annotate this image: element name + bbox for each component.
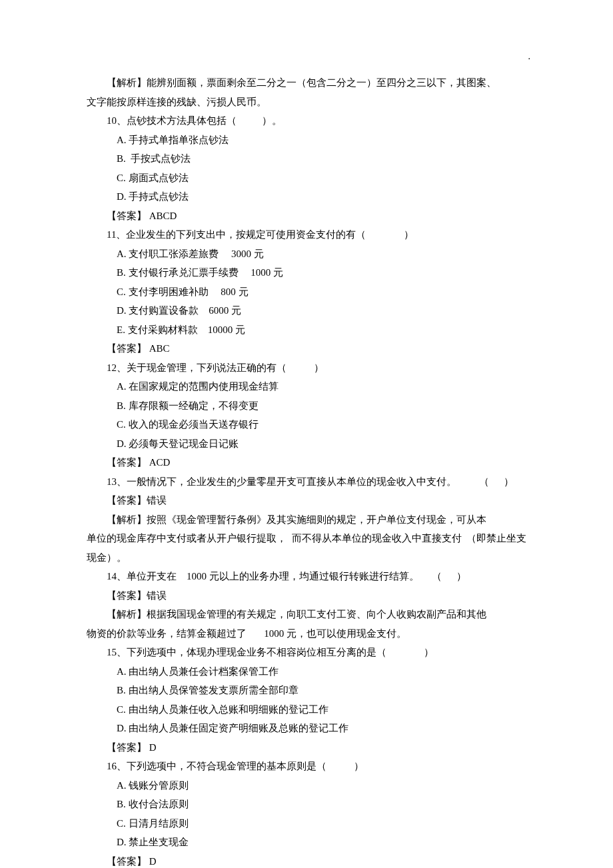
text-line: B. 库存限额一经确定，不得变更 [87, 396, 540, 416]
text-line: B. 支付银行承兑汇票手续费 1000 元 [87, 263, 540, 282]
text-line: C. 扇面式点钞法 [87, 169, 540, 188]
text-line: 【答案】 D [87, 738, 540, 757]
text-line: 13、一般情况下，企业发生的少量零星开支可直接从本单位的现金收入中支付。 （ ） [87, 472, 540, 492]
text-line: 【答案】 D [87, 852, 540, 869]
text-line: D. 手持式点钞法 [87, 187, 540, 207]
text-line: A. 由出纳人员兼任会计档案保管工作 [87, 662, 540, 681]
text-line: 10、点钞技术方法具体包括（ ）。 [87, 111, 540, 131]
text-line: 12、关于现金管理，下列说法正确的有（ ） [87, 358, 540, 378]
text-line: D. 必须每天登记现金日记账 [87, 434, 540, 454]
corner-marker: . [528, 48, 531, 66]
text-line: 【解析】能辨别面额，票面剩余至二分之一（包含二分之一）至四分之三以下，其图案、 [87, 73, 540, 93]
text-line: D. 支付购置设备款 6000 元 [87, 301, 540, 320]
text-line: A. 支付职工张添差旅费 3000 元 [87, 244, 540, 264]
text-line: D. 禁止坐支现金 [87, 833, 540, 852]
text-line: 16、下列选项中，不符合现金管理的基本原则是（ ） [87, 757, 540, 776]
text-line: C. 收入的现金必须当天送存银行 [87, 415, 540, 434]
text-line: A. 手持式单指单张点钞法 [87, 131, 540, 150]
text-line: 【答案】 ACD [87, 453, 540, 472]
document-page: . 【解析】能辨别面额，票面剩余至二分之一（包含二分之一）至四分之三以下，其图案… [0, 0, 613, 868]
text-line: 14、单位开支在 1000 元以上的业务办理，均通过银行转账进行结算。 （ ） [87, 567, 540, 586]
text-line: D. 由出纳人员兼任固定资产明细账及总账的登记工作 [87, 719, 540, 738]
text-line: 【答案】错误 [87, 586, 540, 606]
text-line: 【答案】错误 [87, 491, 540, 510]
document-body: 【解析】能辨别面额，票面剩余至二分之一（包含二分之一）至四分之三以下，其图案、文… [87, 73, 540, 868]
text-line: C. 日清月结原则 [87, 814, 540, 833]
text-line: 【答案】 ABCD [87, 207, 540, 226]
text-line: 【答案】 ABC [87, 339, 540, 358]
text-line: 【解析】按照《现金管理暂行条例》及其实施细则的规定，开户单位支付现金，可从本 [87, 510, 540, 530]
text-line: 15、下列选项中，体现办理现金业务不相容岗位相互分离的是（ ） [87, 643, 540, 662]
text-line: C. 支付李明困难补助 800 元 [87, 282, 540, 302]
text-line: 现金）。 [87, 548, 540, 568]
text-line: B. 由出纳人员保管签发支票所需全部印章 [87, 681, 540, 700]
text-line: C. 由出纳人员兼任收入总账和明细账的登记工作 [87, 700, 540, 719]
text-line: 文字能按原样连接的残缺、污损人民币。 [87, 93, 540, 112]
text-line: 单位的现金库存中支付或者从开户银行提取， 而不得从本单位的现金收入中直接支付 （… [87, 529, 540, 548]
text-line: A. 在国家规定的范围内使用现金结算 [87, 377, 540, 396]
text-line: 物资的价款等业务，结算金额超过了 1000 元，也可以使用现金支付。 [87, 624, 540, 644]
text-line: B. 收付合法原则 [87, 795, 540, 814]
text-line: 11、企业发生的下列支出中，按规定可使用资金支付的有（ ） [87, 225, 540, 244]
text-line: E. 支付采购材料款 10000 元 [87, 320, 540, 340]
text-line: 【解析】根据我国现金管理的有关规定，向职工支付工资、向个人收购农副产品和其他 [87, 605, 540, 624]
text-line: B. 手按式点钞法 [87, 149, 540, 169]
text-line: A. 钱账分管原则 [87, 776, 540, 795]
